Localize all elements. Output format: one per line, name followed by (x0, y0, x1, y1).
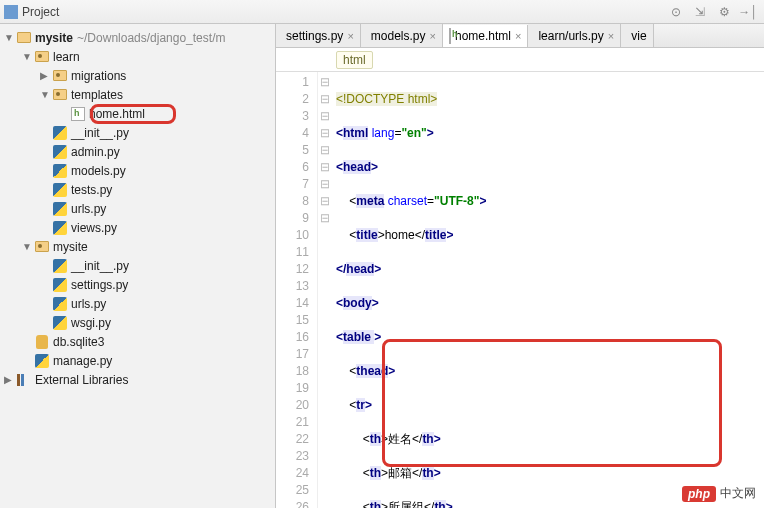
project-label: Project (22, 5, 59, 19)
close-icon[interactable]: × (515, 30, 521, 42)
fold-column[interactable]: ⊟⊟⊟⊟⊟⊟⊟⊟⊟ (318, 72, 332, 508)
target-icon[interactable]: ⊙ (669, 5, 683, 19)
gear-icon[interactable]: ⚙ (717, 5, 731, 19)
minimize-icon[interactable]: →│ (741, 5, 755, 19)
tab-vie[interactable]: vie (621, 24, 653, 47)
tree-file-db[interactable]: db.sqlite3 (0, 332, 275, 351)
tree-file-urls2[interactable]: urls.py (0, 294, 275, 313)
code-editor[interactable]: 1234567891011121314151617181920212223242… (276, 72, 764, 508)
tree-file-urls[interactable]: urls.py (0, 199, 275, 218)
close-icon[interactable]: × (347, 30, 353, 42)
collapse-icon[interactable]: ⇲ (693, 5, 707, 19)
close-icon[interactable]: × (608, 30, 614, 42)
watermark-logo: php (682, 486, 716, 502)
tree-file-tests[interactable]: tests.py (0, 180, 275, 199)
tree-file-init[interactable]: __init__.py (0, 123, 275, 142)
tab-learn-urls[interactable]: learn/urls.py× (528, 24, 621, 47)
tree-folder-migrations[interactable]: ▶migrations (0, 66, 275, 85)
close-icon[interactable]: × (430, 30, 436, 42)
editor-pane: settings.py× models.py× home.html× learn… (276, 24, 764, 508)
tab-models[interactable]: models.py× (361, 24, 443, 47)
project-icon (4, 5, 18, 19)
tree-file-wsgi[interactable]: wsgi.py (0, 313, 275, 332)
watermark-text: 中文网 (720, 485, 756, 502)
tree-file-manage[interactable]: manage.py (0, 351, 275, 370)
project-tree[interactable]: ▼mysite~/Downloads/django_test/m ▼learn … (0, 24, 276, 508)
tree-file-admin[interactable]: admin.py (0, 142, 275, 161)
tree-folder-learn[interactable]: ▼learn (0, 47, 275, 66)
tree-folder-templates[interactable]: ▼templates (0, 85, 275, 104)
tree-file-home-html[interactable]: home.html (0, 104, 275, 123)
tab-home[interactable]: home.html× (443, 25, 528, 48)
code-body[interactable]: <!DOCTYPE html> <html lang="en"> <head> … (332, 72, 764, 508)
tree-root[interactable]: ▼mysite~/Downloads/django_test/m (0, 28, 275, 47)
watermark: php 中文网 (682, 485, 756, 502)
tree-file-init2[interactable]: __init__.py (0, 256, 275, 275)
tree-external-libraries[interactable]: ▶External Libraries (0, 370, 275, 389)
tree-file-settings[interactable]: settings.py (0, 275, 275, 294)
project-toolbar: Project ⊙ ⇲ ⚙ →│ (0, 0, 764, 24)
breadcrumb-chip[interactable]: html (336, 51, 373, 69)
gutter: 1234567891011121314151617181920212223242… (276, 72, 318, 508)
tree-file-models[interactable]: models.py (0, 161, 275, 180)
editor-tabs: settings.py× models.py× home.html× learn… (276, 24, 764, 48)
tree-file-views[interactable]: views.py (0, 218, 275, 237)
breadcrumb: html (276, 48, 764, 72)
tab-settings[interactable]: settings.py× (276, 24, 361, 47)
tree-folder-mysite[interactable]: ▼mysite (0, 237, 275, 256)
